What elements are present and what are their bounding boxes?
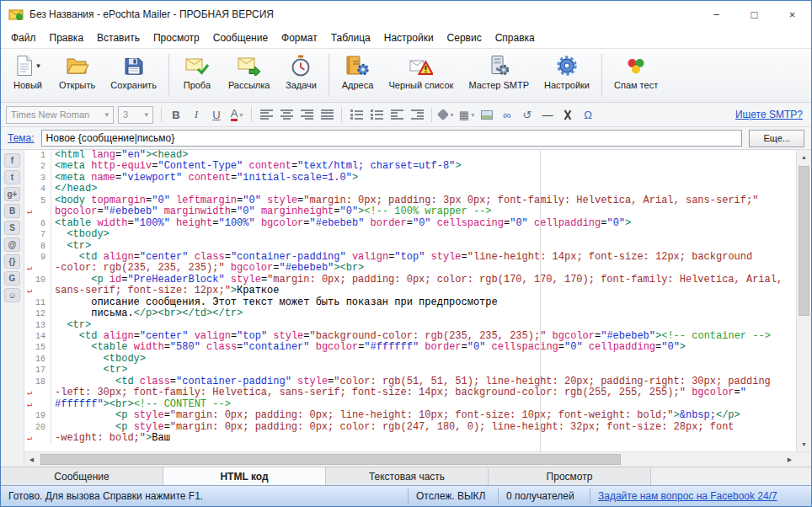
bottom-tabs: СообщениеHTML кодТекстовая частьПросмотр [1,467,811,485]
bold-button[interactable]: B [167,106,185,124]
google-icon[interactable]: G [4,271,20,286]
align-left-icon [260,109,273,120]
minimize-button[interactable]: − [697,1,735,28]
toolbar-button-blacklist[interactable]: Черный список [381,51,461,100]
code-line: 13 <tr> [24,320,796,331]
line-number: 4 [24,184,51,195]
bullet-list-button[interactable] [367,106,386,124]
menu-item-file[interactable]: Файл [4,29,43,47]
menu-item-table[interactable]: Таблица [324,29,377,47]
toolbar-button-test[interactable]: Проба [174,51,221,100]
toolbar-button-addresses[interactable]: Адреса [334,51,381,100]
tab-html-code[interactable]: HTML код [163,467,326,485]
toolbar-button-spam-test[interactable]: Спам тест [606,51,665,100]
scroll-left-icon[interactable]: ◀ [24,452,39,467]
scrollbar-thumb[interactable] [799,166,809,316]
scrollbar-thumb[interactable] [40,454,621,465]
insert-image-button[interactable] [478,106,496,124]
line-number: 3 [24,173,51,184]
toolbar-button-tasks[interactable]: Задачи [277,51,324,100]
subject-input[interactable] [41,130,743,147]
fill-color-button[interactable]: ▾ [437,106,456,124]
toolbar-button-label: Спам тест [614,80,658,90]
maximize-button[interactable]: □ [735,1,773,28]
italic-button[interactable]: I [187,106,206,124]
vertical-scrollbar[interactable]: ▲ ▼ [796,150,811,451]
insert-link-button[interactable]: ∞ [498,106,516,124]
tab-message[interactable]: Сообщение [1,467,163,485]
insert-symbol-button[interactable]: Ω [579,106,597,124]
font-size-select[interactable]: 3 ▾ [118,106,153,124]
menu-item-insert[interactable]: Вставить [90,29,147,47]
more-button[interactable]: Еще... [749,130,804,147]
editor-container: 1<html lang="en"><head>2<meta http-equiv… [24,150,811,467]
email-icon[interactable]: @ [4,237,20,252]
menu-item-service[interactable]: Сервис [441,29,489,47]
toolbar-button-settings[interactable]: Настройки [537,51,597,100]
scroll-right-icon[interactable]: ▶ [783,452,797,467]
font-family-select[interactable]: Times New Roman ▾ [6,106,114,124]
subject-label[interactable]: Тема: [8,132,35,144]
menu-item-edit[interactable]: Правка [43,29,91,47]
code-line: 19 <p style="margin: 0px; padding: 0px; … [24,410,796,421]
scroll-down-icon[interactable]: ▼ [797,437,811,451]
line-number: 15 [24,342,51,353]
align-justify-icon [321,109,334,120]
vk-icon[interactable]: В [4,204,20,218]
code-editor[interactable]: 1<html lang="en"><head>2<meta http-equiv… [24,150,796,451]
code-icon[interactable]: {} [4,254,20,269]
underline-button[interactable]: U [207,106,226,124]
code-line: 20 <p style="margin: 0px; padding: 0px; … [24,422,796,433]
menu-item-view[interactable]: Просмотр [147,29,206,47]
facebook-icon[interactable]: f [4,153,20,168]
menu-item-format[interactable]: Формат [275,29,324,47]
tab-preview[interactable]: Просмотр [489,467,651,485]
horizontal-rule-button[interactable]: — [538,106,557,124]
code-text: <p style="margin: 0px; padding: 0px; lin… [51,410,740,421]
toolbar-button-send[interactable]: Рассылка [221,51,278,100]
font-family-value: Times New Roman [11,109,89,120]
align-left-button[interactable] [257,106,275,124]
menu-item-settings[interactable]: Настройки [377,29,441,47]
align-center-button[interactable] [277,106,296,124]
smiley-icon[interactable]: ☺ [4,288,20,302]
skype-icon[interactable]: S [4,221,20,235]
indent-button[interactable] [408,106,426,124]
cut-button[interactable] [558,106,577,124]
insert-table-button[interactable]: ▦▾ [457,106,476,124]
font-color-button[interactable]: A▾ [227,106,246,124]
app-window: Без Названия - ePochta Mailer - ПРОБНАЯ … [0,0,812,507]
code-text: </head> [51,184,97,195]
numbered-list-button[interactable] [347,106,366,124]
code-text: <tr> [51,365,127,376]
new-document-icon [15,54,34,77]
menu-item-help[interactable]: Справка [489,29,542,47]
facebook-help-link[interactable]: Задайте нам вопрос на Facebook 24/7 [598,490,777,502]
numbered-list-icon [350,109,363,120]
code-text: #ffffff"><br><!-- CONTENT --> [51,399,231,410]
refresh-button[interactable]: ↺ [518,106,537,124]
window-title: Без Названия - ePochta Mailer - ПРОБНАЯ … [29,8,274,20]
scrollbar-track[interactable] [39,452,783,467]
menu-item-message[interactable]: Сообщение [206,29,275,47]
align-justify-button[interactable] [318,106,336,124]
align-right-button[interactable] [297,106,316,124]
scrollbar-track[interactable] [797,164,811,437]
close-button[interactable]: × [773,1,811,28]
toolbar-button-new[interactable]: ▾Новый [4,51,51,100]
toolbar-button-label: Черный список [388,80,453,90]
toolbar-button-save[interactable]: Сохранить [103,51,164,100]
tab-text-part[interactable]: Текстовая часть [326,467,489,485]
chevron-down-icon: ▾ [139,110,148,119]
tracking-status: Отслеж. ВЫКЛ [409,486,498,506]
code-line: 8 <tr> [24,241,796,252]
address-book-icon [345,54,369,77]
googleplus-icon[interactable]: g+ [4,187,20,201]
toolbar-button-open[interactable]: Открыть [51,51,103,100]
horizontal-scrollbar[interactable]: ◀ ▶ [24,451,811,467]
twitter-icon[interactable]: t [4,170,20,184]
outdent-button[interactable] [387,106,406,124]
smtp-help-link[interactable]: Ищете SMTP? [735,109,806,120]
toolbar-button-smtp-wizard[interactable]: Мастер SMTP [461,51,537,100]
scroll-up-icon[interactable]: ▲ [797,150,811,164]
